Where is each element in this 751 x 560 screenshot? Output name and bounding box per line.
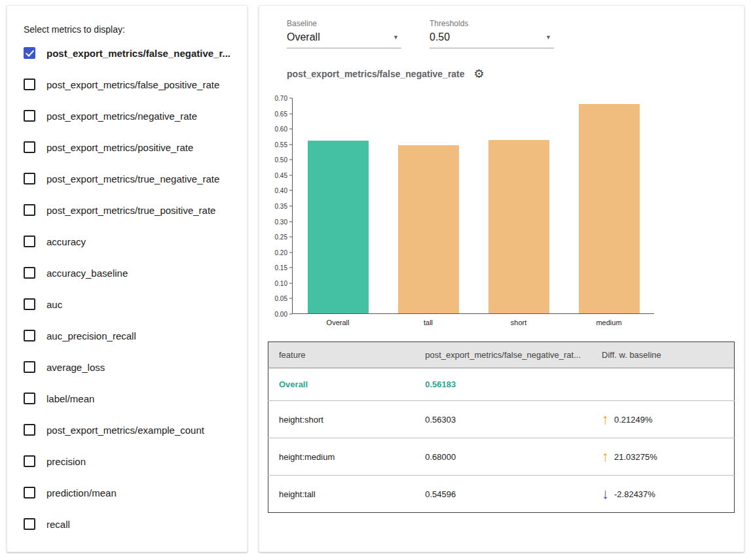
metric-label: auc (46, 299, 62, 310)
y-tick-label: 0.40 (275, 187, 287, 194)
metric-checkbox[interactable] (24, 267, 35, 279)
metric-checkbox[interactable] (24, 393, 35, 404)
metric-item: auc_precision_recall (24, 320, 234, 351)
metric-label: post_export_metrics/false_negative_r... (46, 48, 230, 59)
y-tick-label: 0.15 (275, 264, 287, 271)
chart-header: post_export_metrics/false_negative_rate … (287, 68, 744, 80)
metric-item: recall (24, 508, 234, 540)
metric-checkbox[interactable] (24, 424, 35, 436)
y-tick-label: 0.20 (275, 249, 287, 256)
metric-item: accuracy (24, 226, 234, 257)
thresholds-dropdown-value: 0.50 (430, 31, 450, 43)
bar-overall[interactable] (308, 141, 369, 313)
col-header-feature: feature (268, 342, 415, 368)
y-tick-label: 0.65 (275, 110, 287, 117)
fairness-results-panel: Baseline Overall ▼ Thresholds 0.50 ▼ pos… (259, 5, 744, 552)
metric-checkbox-checked[interactable] (24, 47, 35, 59)
metric-checkbox[interactable] (24, 110, 35, 122)
metrics-select-panel: Select metrics to display: post_export_m… (7, 5, 247, 552)
diff-cell: ↓-2.82437% (591, 476, 735, 513)
bar-tall[interactable] (398, 145, 459, 313)
metric-label: accuracy_baseline (46, 268, 128, 279)
y-tick-label: 0.30 (275, 218, 287, 225)
metric-item: post_export_metrics/example_count (24, 414, 234, 446)
metric-label: post_export_metrics/positive_rate (46, 142, 193, 153)
chevron-down-icon: ▼ (393, 34, 399, 41)
diff-value: 0.21249% (614, 415, 653, 425)
metric-checkbox[interactable] (24, 141, 35, 153)
metric-item: post_export_metrics/negative_rate (24, 100, 234, 131)
x-tick-label: short (473, 319, 564, 326)
feature-cell: Overall (268, 368, 415, 401)
metric-label: post_export_metrics/true_positive_rate (46, 205, 215, 216)
metric-label: accuracy (46, 236, 86, 247)
metric-label: precision (46, 456, 86, 467)
metric-checkbox[interactable] (24, 79, 35, 90)
table-row: height:tall0.54596↓-2.82437% (268, 476, 735, 513)
metric-checkbox[interactable] (24, 236, 35, 247)
metric-checkbox[interactable] (24, 361, 35, 373)
metric-label: post_export_metrics/true_negative_rate (46, 173, 219, 184)
arrow-up-icon: ↑ (602, 448, 609, 464)
metric-item: post_export_metrics/positive_rate (24, 131, 234, 163)
metric-item: average_loss (24, 351, 234, 383)
metric-label: post_export_metrics/negative_rate (46, 111, 197, 122)
arrow-down-icon: ↓ (602, 485, 609, 502)
y-tick-label: 0.25 (275, 234, 287, 241)
metric-checkbox[interactable] (24, 204, 35, 216)
metric-item: post_export_metrics/false_positive_rate (24, 69, 234, 100)
metric-checkbox[interactable] (24, 518, 35, 530)
diff-value: -2.82437% (614, 489, 655, 499)
metric-item: post_export_metrics/true_positive_rate (24, 194, 234, 226)
bar-slot: short (473, 98, 564, 313)
y-tick-label: 0.55 (275, 141, 287, 148)
bar-slot: Overall (293, 98, 383, 313)
metric-checkbox[interactable] (24, 330, 35, 341)
bar-short[interactable] (488, 140, 549, 313)
metric-item: post_export_metrics/true_negative_rate (24, 163, 234, 194)
bar-chart: 0.000.050.100.150.200.250.300.350.400.45… (259, 94, 744, 338)
x-tick-label: medium (564, 319, 654, 326)
metric-checkbox[interactable] (24, 487, 35, 499)
metric-value-cell: 0.56303 (414, 401, 591, 438)
metric-value-cell: 0.54596 (414, 476, 591, 513)
chevron-down-icon: ▼ (545, 34, 551, 41)
feature-cell: height:tall (268, 476, 415, 513)
metric-label: auc_precision_recall (46, 330, 136, 341)
y-tick-label: 0.70 (275, 95, 287, 102)
y-tick-label: 0.50 (275, 156, 287, 164)
bar-slot: medium (564, 98, 654, 313)
y-tick-label: 0.10 (275, 279, 287, 287)
y-tick-label: 0.00 (275, 311, 287, 318)
col-header-diff: Diff. w. baseline (591, 342, 735, 368)
baseline-dropdown[interactable]: Baseline Overall ▼ (287, 19, 401, 48)
thresholds-dropdown[interactable]: Thresholds 0.50 ▼ (430, 19, 554, 48)
metric-item: auc (24, 289, 234, 320)
table-row: height:medium0.68000↑21.03275% (268, 438, 735, 476)
diff-value: 21.03275% (614, 452, 657, 462)
diff-cell: ↑21.03275% (591, 438, 735, 476)
metric-checkbox[interactable] (24, 173, 35, 184)
metric-item: prediction/mean (24, 477, 234, 508)
x-tick-label: tall (383, 319, 473, 326)
metrics-list: post_export_metrics/false_negative_r...p… (24, 37, 234, 540)
controls-row: Baseline Overall ▼ Thresholds 0.50 ▼ (259, 6, 744, 48)
metric-item: post_export_metrics/false_negative_r... (24, 37, 234, 69)
feature-cell: height:medium (268, 438, 415, 476)
diff-cell (591, 368, 735, 401)
x-tick-label: Overall (293, 319, 383, 326)
col-header-metric: post_export_metrics/false_negative_rat..… (414, 342, 591, 368)
metric-checkbox[interactable] (24, 455, 35, 467)
baseline-dropdown-label: Baseline (287, 19, 401, 28)
metric-label: label/mean (46, 393, 94, 404)
gear-icon[interactable]: ⚙ (474, 68, 485, 80)
metric-label: recall (46, 519, 70, 530)
y-tick-label: 0.60 (275, 126, 287, 133)
chart-plot: Overalltallshortmedium (292, 98, 654, 314)
metrics-table-body: Overall0.56183height:short0.56303↑0.2124… (268, 368, 735, 513)
metric-item: precision (24, 446, 234, 477)
metric-checkbox[interactable] (24, 298, 35, 310)
bar-medium[interactable] (579, 104, 640, 313)
y-tick-label: 0.35 (275, 203, 287, 210)
feature-cell: height:short (268, 401, 415, 438)
